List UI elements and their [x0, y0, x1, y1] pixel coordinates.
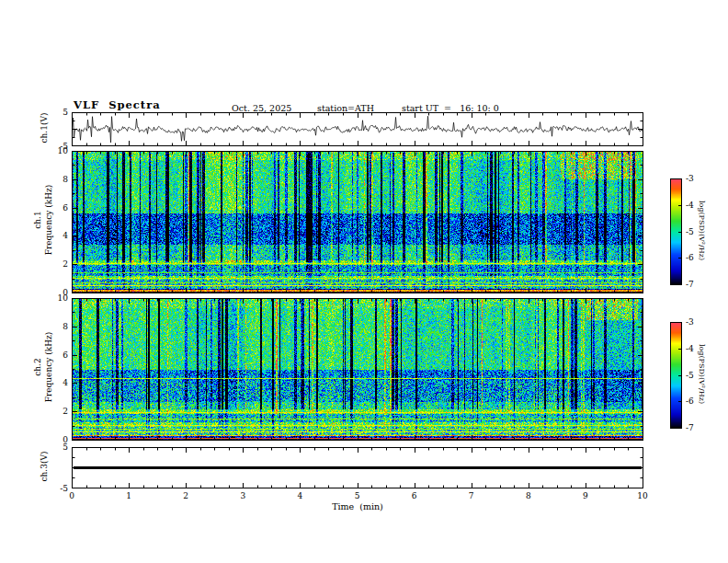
ch2-spec-ytick: 6 [51, 350, 68, 360]
colorbar-ch1 [670, 178, 682, 285]
ch1-spec-ytick: 10 [51, 146, 68, 155]
x-tick-label: 4 [290, 491, 310, 500]
ch2-spec-ytick: 10 [51, 293, 68, 303]
ch1-wave-ytick: 5 [51, 108, 68, 117]
ch1-spec-ytick: 4 [51, 231, 68, 240]
ch1-spec-ytick: 2 [51, 259, 68, 269]
ch1-spec-channel-label: ch.1 [33, 155, 42, 284]
x-tick-label: 8 [518, 491, 539, 500]
figure-title: VLF Spectra [74, 100, 161, 110]
colorbar-ch2 [670, 322, 682, 429]
ch1-spectrogram-plot [72, 151, 643, 293]
colorbar2-tick: -7 [686, 423, 694, 432]
x-axis-title: Time (min) [302, 501, 413, 511]
colorbar1-tick: -4 [686, 201, 694, 210]
x-tick-label: 10 [632, 491, 653, 500]
ch2-spec-ytick: 4 [51, 378, 68, 387]
colorbar2-tick: -5 [686, 371, 694, 380]
colorbar1-tick: -6 [686, 253, 694, 262]
ch2-spec-ytick: 0 [51, 435, 68, 444]
x-tick-label: 1 [119, 491, 139, 500]
colorbar1-label: log(PSD)(V²/Hz) [698, 176, 706, 286]
colorbar1-tick: -3 [686, 174, 694, 183]
colorbar1-tick: -5 [686, 227, 694, 236]
colorbar1-tick: -7 [686, 280, 694, 289]
x-tick-label: 5 [347, 491, 368, 500]
x-tick-label: 7 [461, 491, 482, 500]
ch1-spec-ytick: 8 [51, 175, 68, 184]
ch1-spec-ytick: 6 [51, 203, 68, 213]
colorbar2-label: log(PSD)(V²/Hz) [698, 319, 706, 430]
ch3-waveform-plot [72, 447, 643, 488]
ch3-wave-ylabel: ch.3(V) [40, 402, 49, 531]
colorbar2-tick: -3 [686, 317, 694, 327]
ch1-waveform-plot [72, 112, 643, 146]
ch3-wave-ytick: -5 [51, 484, 68, 493]
x-tick-label: 3 [233, 491, 253, 500]
colorbar2-tick: -6 [686, 396, 694, 406]
x-tick-label: 2 [176, 491, 196, 500]
x-tick-label: 6 [404, 491, 425, 500]
ch2-spectrogram-plot [72, 298, 643, 441]
x-tick-label: 9 [575, 491, 596, 500]
vlf-spectra-figure: VLF Spectra Oct. 25, 2025 station=ATH st… [0, 0, 728, 563]
ch2-spec-ytick: 8 [51, 322, 68, 331]
colorbar2-tick: -4 [686, 344, 694, 353]
ch2-spec-ytick: 2 [51, 407, 68, 416]
